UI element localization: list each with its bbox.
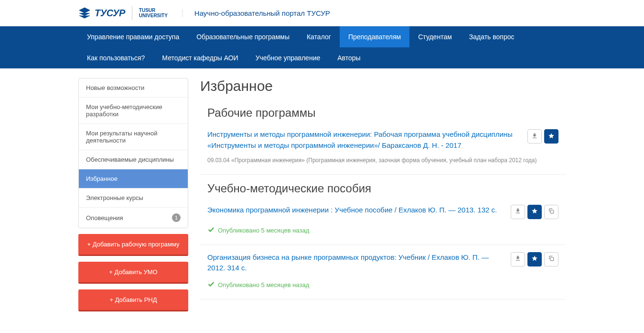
copy-button[interactable] [544,252,558,266]
list-item: Организация бизнеса на рынке программных… [200,252,566,300]
status-text: Опубликовано 5 месяцев назад [218,281,309,289]
star-icon [531,208,538,216]
nav-item-4[interactable]: Студентам [409,26,461,47]
logo-sub-2: UNIVERSITY [139,13,168,18]
sidebar-menu: Новые возможностиМои учебно-методические… [78,78,188,228]
add-button-2[interactable]: + Добавить РНД [78,289,188,311]
sidebar-item-6[interactable]: Оповещения1 [79,208,188,228]
sidebar-item-4[interactable]: Избранное [79,169,188,189]
item-actions [511,205,558,219]
star-button[interactable] [527,205,542,219]
star-button[interactable] [544,129,558,144]
item-title-link[interactable]: Экономика программной инженерии : Учебно… [207,205,504,216]
sidebar-item-label: Обеспечиваемые дисциплины [86,156,174,163]
sidebar-item-2[interactable]: Мои результаты научной деятельности [79,124,188,150]
sidebar-item-label: Мои учебно-методические разработки [86,103,181,118]
check-icon [207,226,215,235]
item-title-link[interactable]: Инструменты и методы программной инженер… [207,129,520,151]
add-button-0[interactable]: + Добавить рабочую программу [78,234,188,256]
add-button-1[interactable]: + Добавить УМО [78,262,188,284]
logo[interactable]: ТУСУР TUSUR UNIVERSITY [78,6,168,20]
sidebar-item-0[interactable]: Новые возможности [79,78,188,98]
sidebar: Новые возможностиМои учебно-методические… [78,78,188,311]
portal-title: Научно-образовательный портал ТУСУР [182,9,330,17]
item-actions [527,129,558,144]
list-item: Инструменты и методы программной инженер… [200,129,566,175]
sidebar-item-label: Электронные курсы [86,194,143,201]
sidebar-item-3[interactable]: Обеспечиваемые дисциплины [79,150,188,169]
logo-text: ТУСУР [95,8,125,19]
notification-badge: 1 [172,213,181,222]
star-icon [548,133,555,141]
star-icon [531,255,538,263]
nav-item-7[interactable]: Методист кафедры АОИ [153,47,247,68]
item-status: Опубликовано 5 месяцев назад [207,226,558,235]
item-actions [511,252,558,266]
section-heading: Учебно-методические пособия [200,182,566,195]
list-item: Экономика программной инженерии : Учебно… [200,205,566,245]
download-button[interactable] [511,205,525,219]
download-icon [515,255,521,263]
item-title-link[interactable]: Организация бизнеса на рынке программных… [207,252,504,274]
nav-item-5[interactable]: Задать вопрос [461,26,523,47]
nav-item-2[interactable]: Каталог [298,26,340,47]
nav-item-1[interactable]: Образовательные программы [188,26,298,47]
copy-icon [548,208,555,216]
status-text: Опубликовано 5 месяцев назад [218,227,309,234]
header: ТУСУР TUSUR UNIVERSITY Научно-образовате… [0,0,644,26]
sidebar-item-label: Оповещения [86,214,123,222]
page-title: Избранное [200,78,566,94]
logo-icon [78,7,91,19]
star-button[interactable] [527,252,542,266]
nav-item-6[interactable]: Как пользоваться? [78,47,153,68]
check-icon [207,280,215,289]
item-status: Опубликовано 5 месяцев назад [207,280,558,289]
nav-item-3[interactable]: Преподавателям [340,26,409,47]
main-nav: Управление правами доступаОбразовательны… [0,26,644,68]
download-button[interactable] [511,252,525,266]
svg-marker-0 [79,8,90,13]
item-meta: 09.03.04 «Программная инженерия» (Програ… [207,156,558,165]
nav-item-9[interactable]: Авторы [329,47,369,68]
section-heading: Рабочие программы [200,106,566,120]
nav-item-0[interactable]: Управление правами доступа [78,26,188,47]
sidebar-item-label: Новые возможности [86,84,144,91]
logo-divider [132,6,132,20]
download-button[interactable] [527,129,542,144]
sidebar-item-1[interactable]: Мои учебно-методические разработки [79,98,188,124]
logo-sub-1: TUSUR [139,8,168,13]
svg-rect-2 [550,258,553,261]
copy-button[interactable] [544,205,558,219]
copy-icon [548,255,555,263]
download-icon [515,208,521,216]
main-content: Избранное Рабочие программыИнструменты и… [200,78,566,311]
sidebar-item-5[interactable]: Электронные курсы [79,189,188,208]
svg-rect-1 [550,211,553,213]
download-icon [531,133,538,141]
nav-item-8[interactable]: Учебное управление [247,47,329,68]
sidebar-item-label: Избранное [86,175,118,182]
sidebar-item-label: Мои результаты научной деятельности [86,130,181,144]
